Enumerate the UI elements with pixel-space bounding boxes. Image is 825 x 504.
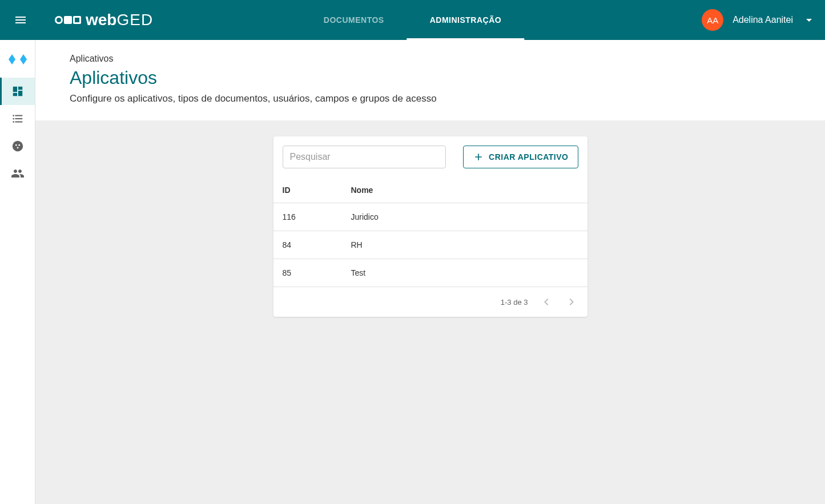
sidebar-item-dashboard[interactable] bbox=[0, 78, 35, 105]
pagination-prev[interactable] bbox=[540, 295, 553, 309]
svg-point-1 bbox=[15, 144, 17, 146]
sidebar-item-list[interactable] bbox=[0, 105, 35, 132]
shared-icon bbox=[11, 140, 24, 152]
chevron-down-icon bbox=[802, 13, 816, 27]
cell-id: 85 bbox=[273, 259, 342, 287]
page-title: Aplicativos bbox=[70, 67, 791, 88]
cell-id: 84 bbox=[273, 231, 342, 259]
app-header: webGED DOCUMENTOS ADMINISTRAÇÃO AA Adeli… bbox=[0, 0, 825, 40]
sidebar bbox=[0, 40, 35, 504]
svg-point-2 bbox=[18, 144, 20, 146]
pagination-text: 1-3 de 3 bbox=[501, 298, 528, 307]
cell-name: RH bbox=[342, 231, 587, 259]
page-subtitle: Configure os aplicativos, tipos de docum… bbox=[70, 93, 791, 104]
pagination: 1-3 de 3 bbox=[273, 287, 587, 317]
svg-point-0 bbox=[12, 141, 22, 151]
group-icon bbox=[11, 167, 25, 180]
username: Adelina Aanitei bbox=[733, 15, 793, 25]
menu-icon[interactable] bbox=[9, 9, 32, 31]
card-toolbar: CRIAR APLICATIVO bbox=[273, 136, 587, 178]
logo[interactable]: webGED bbox=[55, 11, 153, 29]
dashboard-icon bbox=[11, 85, 24, 98]
chevron-left-icon bbox=[540, 295, 553, 309]
sidebar-item-brand[interactable] bbox=[0, 46, 35, 73]
aplicativos-card: CRIAR APLICATIVO ID Nome 116 Juridico bbox=[273, 136, 587, 317]
list-icon bbox=[11, 112, 24, 125]
column-header-id[interactable]: ID bbox=[273, 178, 342, 203]
chevron-right-icon bbox=[565, 295, 578, 309]
pagination-next[interactable] bbox=[565, 295, 578, 309]
user-menu[interactable]: AA Adelina Aanitei bbox=[702, 9, 816, 31]
sidebar-item-shared[interactable] bbox=[0, 132, 35, 160]
search-input[interactable] bbox=[283, 146, 446, 168]
create-button[interactable]: CRIAR APLICATIVO bbox=[463, 146, 578, 168]
breadcrumb: Aplicativos bbox=[70, 54, 791, 64]
svg-point-3 bbox=[17, 147, 18, 148]
cell-name: Juridico bbox=[342, 203, 587, 231]
tab-administracao[interactable]: ADMINISTRAÇÃO bbox=[407, 0, 525, 40]
tab-documentos[interactable]: DOCUMENTOS bbox=[301, 0, 407, 40]
create-button-label: CRIAR APLICATIVO bbox=[489, 152, 568, 162]
logo-text: webGED bbox=[86, 11, 153, 29]
table-row[interactable]: 116 Juridico bbox=[273, 203, 587, 231]
brand-icon bbox=[7, 53, 28, 66]
cell-id: 116 bbox=[273, 203, 342, 231]
table-row[interactable]: 85 Test bbox=[273, 259, 587, 287]
plus-icon bbox=[473, 151, 484, 163]
cell-name: Test bbox=[342, 259, 587, 287]
logo-shapes bbox=[55, 16, 81, 24]
nav-tabs: DOCUMENTOS ADMINISTRAÇÃO bbox=[301, 0, 524, 40]
avatar: AA bbox=[702, 9, 723, 31]
column-header-name[interactable]: Nome bbox=[342, 178, 587, 203]
aplicativos-table: ID Nome 116 Juridico 84 RH bbox=[273, 178, 587, 287]
sidebar-item-users[interactable] bbox=[0, 160, 35, 187]
page-header: Aplicativos Aplicativos Configure os apl… bbox=[35, 40, 825, 120]
table-row[interactable]: 84 RH bbox=[273, 231, 587, 259]
